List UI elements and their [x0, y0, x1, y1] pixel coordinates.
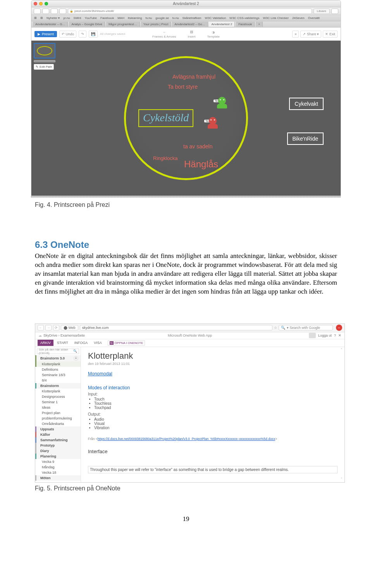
notebook-page[interactable]: Designprocess: [35, 394, 81, 399]
bookmark-item[interactable]: SMHI: [72, 16, 83, 20]
bookmark-item[interactable]: ⊞: [33, 16, 38, 20]
share-button[interactable]: ↗ Share ▾: [300, 31, 321, 38]
notebook-section[interactable]: Möten: [35, 475, 81, 481]
browser-tab[interactable]: Användartest2 – Go…: [172, 22, 208, 27]
notebook-section[interactable]: Prototyp: [35, 443, 81, 448]
breadcrumb[interactable]: SkyDrive › Examensarbete: [43, 334, 85, 337]
logout-link[interactable]: Logga ut: [318, 334, 332, 337]
extension-button[interactable]: [331, 9, 338, 14]
browser-tab[interactable]: Användartester – G…: [33, 22, 68, 27]
reader-button[interactable]: Läsare: [313, 9, 330, 14]
bookmark-item[interactable]: W3C CSS-validerings: [228, 16, 260, 20]
page-title[interactable]: Klotterplank: [88, 351, 338, 361]
browser-search[interactable]: 🔍▾ Search with Google: [279, 325, 333, 330]
menu-button[interactable]: ≡: [292, 31, 299, 38]
notebook-page[interactable]: Seminar 1: [35, 399, 81, 405]
notebook-section[interactable]: Uppsats: [35, 426, 81, 432]
note-link[interactable]: https://d.docs.live.net/00093815680a311e…: [98, 437, 275, 441]
browser-tab[interactable]: frågor programtest…: [106, 22, 140, 27]
bookmark-item[interactable]: tv.nu: [144, 16, 153, 20]
address-bar[interactable]: skydrive.live.com: [80, 325, 272, 330]
ribbon-tab[interactable]: VISA: [91, 340, 105, 346]
reload-button[interactable]: ⟳: [53, 325, 59, 330]
prezi-canvas[interactable]: ✎ Edit Path Cykelstöld Avlägsna framhjul…: [31, 41, 341, 196]
ribbon-tab[interactable]: INFOGA: [72, 340, 91, 346]
note-content[interactable]: ˄ Klotterplank den 19 februari 2013 11:0…: [81, 347, 344, 482]
bookmark-item[interactable]: YouTube: [84, 16, 98, 20]
reload-button[interactable]: [51, 9, 58, 14]
bookmark-item[interactable]: google.se: [154, 16, 170, 20]
scroll-down-icon[interactable]: ˅: [339, 477, 344, 481]
toolbar-tool[interactable]: 🖼Insert: [188, 29, 195, 38]
bookmark-item[interactable]: tv.nu: [171, 16, 180, 20]
prezi-text[interactable]: Hänglås: [184, 159, 218, 170]
note-heading[interactable]: Interface: [88, 449, 338, 454]
bookmark-item[interactable]: MAH: [116, 16, 126, 20]
bookmark-item[interactable]: Facebook: [99, 16, 115, 20]
browser-tab[interactable]: Your prezis | Prezi: [141, 22, 171, 27]
prezi-side-box[interactable]: Bike'nRide: [287, 132, 324, 145]
notebook-page[interactable]: Klotterplank: [35, 361, 81, 367]
add-page-icon[interactable]: +: [74, 356, 78, 361]
bookmark-item[interactable]: W3C Link Checker: [262, 16, 290, 20]
back-button[interactable]: [34, 9, 41, 14]
notebook-page[interactable]: Vecka 18: [35, 470, 81, 475]
new-tab-button[interactable]: +: [256, 22, 263, 27]
toolbar-tool[interactable]: ↔Frames & Arrows: [152, 29, 176, 38]
note-heading[interactable]: Monomodal: [88, 371, 338, 377]
bookmark-item[interactable]: ⊞: [39, 16, 44, 20]
prezi-text[interactable]: Ta bort styre: [168, 84, 198, 90]
undo-button[interactable]: ↶ Undo: [59, 31, 76, 38]
notebook-page[interactable]: Klotterplank: [35, 389, 81, 394]
forward-button[interactable]: [42, 9, 49, 14]
notebook-page[interactable]: Seminarie 18/3: [35, 372, 81, 378]
browser-tab[interactable]: Användartest 2: [209, 22, 235, 27]
help-icon[interactable]: ?: [334, 334, 336, 337]
web-chip[interactable]: ⬤ Web: [61, 325, 78, 330]
notebook-page[interactable]: 8/4: [35, 378, 81, 383]
open-in-onenote-button[interactable]: N ÖPPNA I ONENOTE: [108, 340, 145, 346]
bookmark-item[interactable]: Skånetrafiken: [181, 16, 203, 20]
prezi-main-title[interactable]: Cykelstöld: [138, 109, 193, 127]
notebook-section[interactable]: Sammanfattning: [35, 437, 81, 443]
address-bar[interactable]: 🔒 prezi.com/br3fvhhsvm-v/edit/: [68, 9, 312, 14]
notebook-page[interactable]: Project plan: [35, 410, 81, 416]
slide-thumbnail[interactable]: [34, 60, 55, 62]
forward-button[interactable]: →: [45, 325, 52, 330]
notebook-page[interactable]: Vecka 9: [35, 459, 81, 464]
avatar[interactable]: [309, 333, 316, 338]
bookmark-item[interactable]: yr.no: [62, 16, 71, 20]
redo-button[interactable]: ↷: [79, 31, 86, 38]
save-button[interactable]: 💾: [89, 31, 98, 38]
prezi-text[interactable]: ta av sadeln: [183, 143, 213, 150]
notebook-page[interactable]: Måndag: [35, 464, 81, 470]
notebook-section[interactable]: Brainstorm 3.0+: [35, 355, 81, 361]
prezi-text[interactable]: Ringklocka: [153, 155, 178, 161]
close-icon[interactable]: ✕: [338, 334, 341, 337]
bookmark-star-icon[interactable]: ☆: [274, 326, 277, 330]
collaborator-avatar[interactable]: Test: [207, 117, 219, 129]
bookmark-item[interactable]: 24Seven: [291, 16, 306, 20]
bookmark-item[interactable]: Översätt: [307, 16, 321, 20]
prezi-side-box[interactable]: Cykelvakt: [289, 98, 324, 110]
ribbon-tab[interactable]: START: [54, 340, 71, 346]
notebook-page[interactable]: Definitions: [35, 367, 81, 372]
browser-tab[interactable]: Facebook: [236, 22, 255, 27]
exit-button[interactable]: ✕ Exit: [323, 31, 338, 38]
prezi-frame[interactable]: Cykelstöld Avlägsna framhjul Ta bort sty…: [124, 56, 248, 180]
notebook-page[interactable]: problemformulering: [35, 416, 81, 421]
collaborator-avatar[interactable]: Test: [216, 97, 228, 109]
sidebar-search[interactable]: Sök på den här sidan (Ctrl+B)🔍: [37, 349, 79, 354]
slide-thumbnail[interactable]: [34, 43, 55, 58]
note-paragraph[interactable]: Throughout this paper we will refer to "…: [88, 466, 338, 473]
notebook-page[interactable]: Ideas: [35, 405, 81, 410]
note-heading[interactable]: Modes of interaction: [88, 385, 338, 390]
browser-tab[interactable]: Analys – Google Drive: [69, 22, 105, 27]
notebook-section[interactable]: Diary: [35, 448, 81, 454]
notebook-section[interactable]: Källor: [35, 432, 81, 437]
present-button[interactable]: ▶ Present: [34, 31, 57, 37]
home-button[interactable]: [59, 9, 66, 14]
notebook-section[interactable]: Brainstorm: [35, 383, 81, 389]
ribbon-tab[interactable]: ARKIV: [38, 340, 53, 346]
edit-path-button[interactable]: ✎ Edit Path: [34, 64, 54, 70]
